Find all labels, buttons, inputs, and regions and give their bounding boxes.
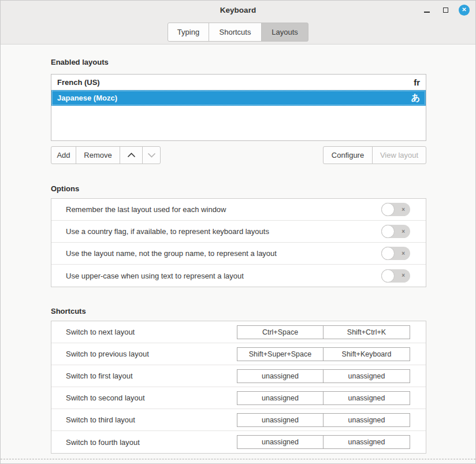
- toggle-off-icon: ×: [401, 207, 405, 213]
- keybinding-button-2[interactable]: unassigned: [323, 413, 410, 427]
- keybinding-button-1[interactable]: unassigned: [237, 369, 323, 383]
- keybinding-group: Ctrl+Space Shift+Ctrl+K: [237, 325, 410, 339]
- remember-layout-toggle[interactable]: ×: [381, 203, 410, 216]
- keybinding-button-2[interactable]: Shift+Ctrl+K: [323, 325, 410, 339]
- keyboard-settings-window: Keyboard ✕ Typing Shortcuts Layouts Enab…: [0, 0, 476, 464]
- window-header: Keyboard ✕ Typing Shortcuts Layouts: [1, 1, 475, 44]
- chevron-up-icon: [127, 153, 136, 158]
- keybinding-button-2[interactable]: unassigned: [323, 435, 410, 449]
- layout-name: Japanese (Mozc): [57, 94, 117, 102]
- layout-indicator-fr: fr: [414, 77, 420, 87]
- layouts-toolbar: Add Remove Configure View layout: [51, 146, 426, 164]
- keybinding-button-2[interactable]: unassigned: [323, 369, 410, 383]
- keybinding-group: unassigned unassigned: [237, 413, 410, 427]
- options-box: Remember the last layout used for each w…: [51, 198, 426, 287]
- layout-indicator-ja: あ: [411, 92, 420, 103]
- shortcut-label: Switch to previous layout: [66, 350, 149, 358]
- maximize-button[interactable]: [440, 5, 451, 15]
- keybinding-group: unassigned unassigned: [237, 391, 410, 405]
- enabled-layouts-heading: Enabled layouts: [51, 57, 425, 68]
- keybinding-group: unassigned unassigned: [237, 435, 410, 449]
- option-label: Use upper-case when using text to repres…: [66, 272, 244, 280]
- shortcut-row-first-layout: Switch to first layout unassigned unassi…: [51, 365, 426, 387]
- option-label: Use the layout name, not the group name,…: [66, 249, 277, 258]
- shortcuts-box: Switch to next layout Ctrl+Space Shift+C…: [51, 321, 426, 454]
- shortcut-label: Switch to first layout: [66, 372, 133, 380]
- tab-bar: Typing Shortcuts Layouts: [1, 23, 475, 42]
- toggle-knob: [381, 269, 395, 283]
- move-up-button[interactable]: [120, 146, 143, 164]
- enabled-layouts-list[interactable]: French (US) fr Japanese (Mozc) あ: [51, 74, 426, 141]
- option-label: Remember the last layout used for each w…: [66, 205, 226, 214]
- keybinding-group: Shift+Super+Space Shift+Keyboard: [237, 347, 410, 361]
- toggle-knob: [381, 225, 395, 238]
- toggle-off-icon: ×: [401, 251, 405, 257]
- bottom-resize-handle[interactable]: [1, 459, 475, 459]
- move-down-button[interactable]: [142, 146, 161, 164]
- shortcut-row-second-layout: Switch to second layout unassigned unass…: [51, 387, 426, 409]
- layout-row-japanese[interactable]: Japanese (Mozc) あ: [51, 90, 426, 106]
- upper-case-toggle[interactable]: ×: [381, 269, 410, 283]
- layouts-page: Enabled layouts French (US) fr Japanese …: [1, 57, 475, 454]
- keybinding-button-1[interactable]: unassigned: [237, 391, 323, 405]
- minimize-button[interactable]: [422, 5, 432, 15]
- toggle-knob: [381, 203, 395, 216]
- close-icon: ✕: [462, 7, 466, 13]
- toggle-off-icon: ×: [401, 229, 405, 235]
- list-edit-buttons: Add Remove: [51, 146, 161, 164]
- keybinding-button-2[interactable]: unassigned: [323, 391, 410, 405]
- layout-action-buttons: Configure View layout: [323, 146, 426, 164]
- close-button[interactable]: ✕: [459, 5, 470, 16]
- tab-typing[interactable]: Typing: [168, 23, 209, 42]
- shortcut-row-next-layout: Switch to next layout Ctrl+Space Shift+C…: [51, 321, 426, 343]
- view-layout-button[interactable]: View layout: [372, 146, 426, 164]
- maximize-icon: [443, 8, 448, 13]
- option-row-layout-name: Use the layout name, not the group name,…: [51, 243, 426, 265]
- remove-layout-button[interactable]: Remove: [76, 146, 120, 164]
- shortcut-label: Switch to third layout: [66, 415, 135, 424]
- shortcuts-heading: Shortcuts: [51, 306, 425, 317]
- country-flag-toggle[interactable]: ×: [381, 225, 410, 238]
- layout-row-french[interactable]: French (US) fr: [51, 75, 426, 90]
- shortcut-row-fourth-layout: Switch to fourth layout unassigned unass…: [51, 431, 426, 453]
- keybinding-button-1[interactable]: Ctrl+Space: [237, 325, 323, 339]
- shortcut-label: Switch to second layout: [66, 394, 145, 402]
- options-heading: Options: [51, 184, 425, 194]
- shortcut-label: Switch to next layout: [66, 328, 135, 336]
- keybinding-button-1[interactable]: unassigned: [237, 435, 323, 449]
- titlebar[interactable]: Keyboard ✕: [1, 1, 475, 19]
- option-label: Use a country flag, if available, to rep…: [66, 227, 269, 236]
- option-row-upper-case: Use upper-case when using text to repres…: [51, 265, 426, 287]
- layout-name: French (US): [57, 78, 100, 87]
- option-row-country-flag: Use a country flag, if available, to rep…: [51, 221, 426, 243]
- toggle-knob: [381, 247, 395, 260]
- add-layout-button[interactable]: Add: [51, 146, 76, 164]
- toggle-off-icon: ×: [401, 273, 405, 279]
- tab-layouts[interactable]: Layouts: [261, 23, 308, 42]
- option-row-remember-layout: Remember the last layout used for each w…: [51, 199, 426, 221]
- configure-button[interactable]: Configure: [323, 146, 373, 164]
- window-controls: ✕: [422, 1, 470, 19]
- layout-name-toggle[interactable]: ×: [381, 247, 410, 260]
- keybinding-group: unassigned unassigned: [237, 369, 410, 383]
- shortcut-row-third-layout: Switch to third layout unassigned unassi…: [51, 409, 426, 431]
- shortcut-label: Switch to fourth layout: [66, 438, 140, 447]
- keybinding-button-1[interactable]: Shift+Super+Space: [237, 347, 323, 361]
- tab-shortcuts[interactable]: Shortcuts: [209, 23, 262, 42]
- chevron-down-icon: [147, 153, 156, 158]
- minimize-icon: [424, 12, 430, 13]
- keybinding-button-1[interactable]: unassigned: [237, 413, 323, 427]
- shortcut-row-previous-layout: Switch to previous layout Shift+Super+Sp…: [51, 343, 426, 365]
- window-title: Keyboard: [1, 6, 475, 14]
- keybinding-button-2[interactable]: Shift+Keyboard: [323, 347, 410, 361]
